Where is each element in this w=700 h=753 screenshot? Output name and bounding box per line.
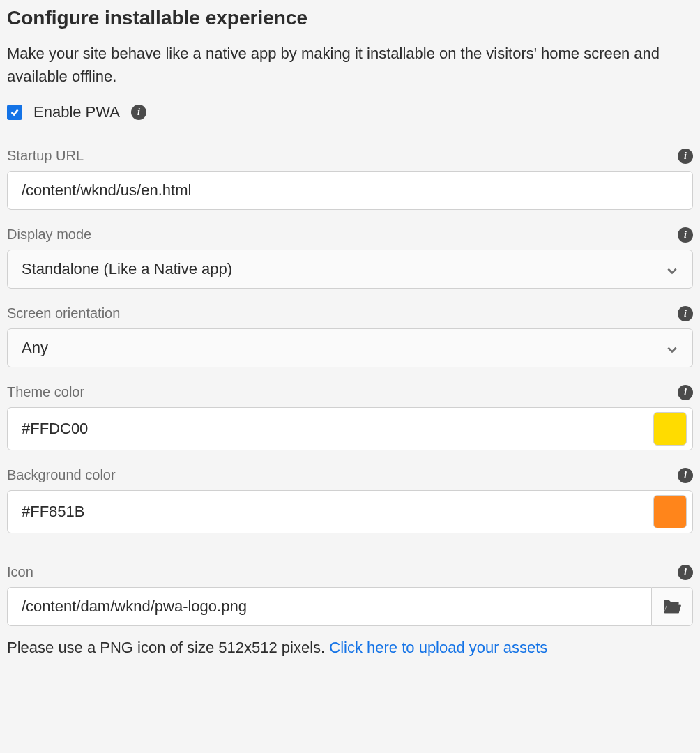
- screen-orientation-label: Screen orientation: [7, 305, 120, 321]
- theme-color-field: Theme color i: [7, 384, 693, 450]
- chevron-down-icon: [666, 263, 678, 275]
- checkmark-icon: [10, 107, 20, 117]
- background-color-input[interactable]: [22, 497, 653, 526]
- icon-field: Icon i Please use a PNG icon of size 512…: [7, 564, 693, 657]
- theme-color-input[interactable]: [22, 414, 653, 443]
- browse-button[interactable]: [651, 587, 693, 626]
- icon-path-input[interactable]: [7, 587, 651, 626]
- screen-orientation-select[interactable]: Any: [7, 328, 693, 367]
- page-description: Make your site behave like a native app …: [7, 42, 693, 88]
- page-title: Configure installable experience: [7, 7, 693, 29]
- info-icon[interactable]: i: [131, 105, 146, 120]
- info-icon[interactable]: i: [678, 468, 693, 483]
- display-mode-value: Standalone (Like a Native app): [22, 260, 232, 278]
- chevron-down-icon: [666, 342, 678, 354]
- folder-open-icon: [662, 597, 682, 616]
- startup-url-field: Startup URL i: [7, 148, 693, 210]
- display-mode-field: Display mode i Standalone (Like a Native…: [7, 227, 693, 289]
- enable-pwa-label: Enable PWA: [33, 103, 120, 121]
- theme-color-label: Theme color: [7, 384, 84, 400]
- icon-hint-text: Please use a PNG icon of size 512x512 pi…: [7, 639, 329, 656]
- startup-url-label: Startup URL: [7, 148, 84, 164]
- info-icon[interactable]: i: [678, 227, 693, 243]
- background-color-field: Background color i: [7, 467, 693, 533]
- enable-pwa-checkbox[interactable]: [7, 105, 22, 120]
- icon-hint: Please use a PNG icon of size 512x512 pi…: [7, 639, 693, 657]
- info-icon[interactable]: i: [678, 385, 693, 400]
- info-icon[interactable]: i: [678, 149, 693, 164]
- enable-pwa-row: Enable PWA i: [7, 103, 693, 121]
- background-color-label: Background color: [7, 467, 116, 483]
- info-icon[interactable]: i: [678, 306, 693, 321]
- icon-label: Icon: [7, 564, 33, 580]
- background-color-swatch[interactable]: [653, 495, 687, 528]
- upload-assets-link[interactable]: Click here to upload your assets: [329, 639, 547, 656]
- info-icon[interactable]: i: [678, 565, 693, 580]
- theme-color-swatch[interactable]: [653, 412, 687, 446]
- startup-url-input[interactable]: [7, 171, 693, 210]
- display-mode-label: Display mode: [7, 227, 91, 243]
- display-mode-select[interactable]: Standalone (Like a Native app): [7, 250, 693, 289]
- screen-orientation-value: Any: [22, 339, 48, 357]
- screen-orientation-field: Screen orientation i Any: [7, 305, 693, 367]
